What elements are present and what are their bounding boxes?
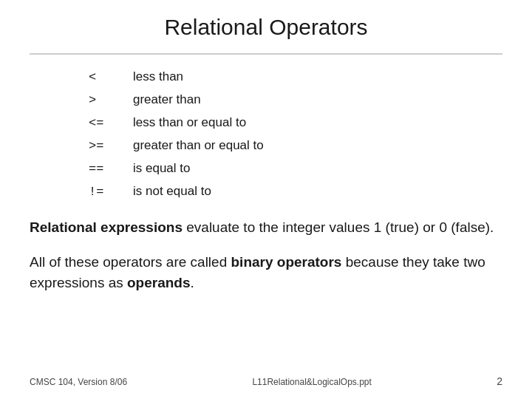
operator-symbol: >= [89,136,133,157]
operator-symbol: > [89,90,133,111]
slide-title: Relational Operators [30,15,502,46]
footer-left: CMSC 104, Version 8/06 [30,377,127,387]
slide: Relational Operators <less than>greater … [0,0,532,399]
operator-row: >=greater than or equal to [89,135,502,157]
footer-right: 2 [497,375,502,387]
operator-description: less than or equal to [133,112,246,133]
section-relational: Relational expressions evaluate to the i… [30,217,502,239]
relational-bold: Relational expressions [30,219,183,235]
section-binary: All of these operators are called binary… [30,252,502,294]
binary-bold1: binary operators [231,254,342,270]
operator-description: is not equal to [133,181,211,202]
operator-symbol: != [89,182,133,202]
footer-center: L11Relational&LogicalOps.ppt [252,377,371,387]
title-divider [30,53,502,55]
operator-symbol: == [89,159,133,180]
section-binary-text: All of these operators are called binary… [30,252,502,294]
operator-symbol: <= [89,113,133,134]
operator-row: <=less than or equal to [89,112,502,134]
operator-row: >greater than [89,89,502,111]
operator-description: greater than or equal to [133,135,264,156]
operator-description: greater than [133,89,201,110]
binary-before: All of these operators are called [30,254,231,270]
operator-symbol: < [89,67,133,88]
operators-table: <less than>greater than<=less than or eq… [89,66,502,202]
operator-row: ==is equal to [89,158,502,180]
operator-description: less than [133,66,183,87]
relational-rest: evaluate to the integer values 1 (true) … [183,219,494,235]
binary-end: . [191,275,194,290]
binary-bold2: operands [127,275,191,290]
operator-row: <less than [89,66,502,88]
operator-row: !=is not equal to [89,181,502,202]
operator-description: is equal to [133,158,191,179]
section-relational-text: Relational expressions evaluate to the i… [30,217,502,239]
footer: CMSC 104, Version 8/06 L11Relational&Log… [30,375,502,387]
